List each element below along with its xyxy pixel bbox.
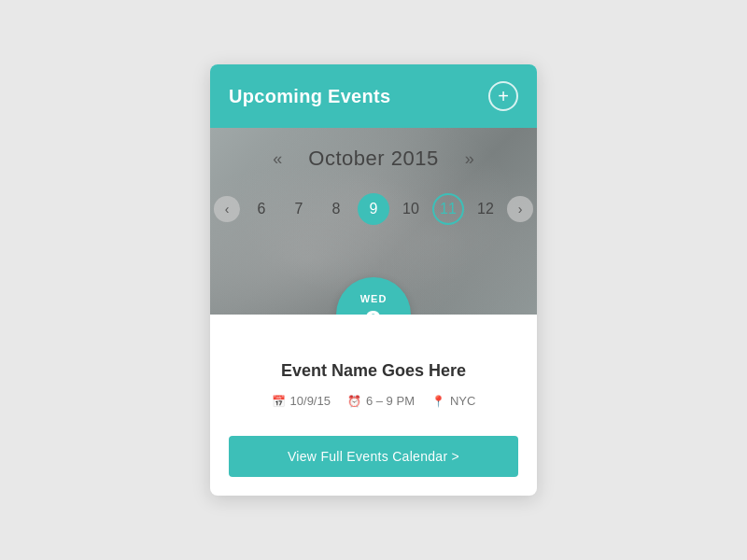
date-circle-wrapper: WED 9 [336, 277, 411, 315]
day-6[interactable]: 6 [246, 193, 277, 225]
month-label: October 2015 [308, 147, 438, 171]
prev-month-button[interactable]: « [269, 150, 286, 167]
clock-icon: ⏰ [347, 395, 361, 408]
calendar-icon: 📅 [272, 395, 286, 408]
event-date-item: 📅 10/9/15 [272, 394, 331, 408]
location-icon: 📍 [431, 395, 445, 408]
date-circle: WED 9 [336, 277, 411, 315]
date-circle-day: WED [360, 293, 388, 304]
prev-day-button[interactable]: ‹ [214, 196, 240, 222]
next-month-button[interactable]: » [461, 150, 478, 167]
add-event-button[interactable]: + [488, 81, 518, 111]
day-12[interactable]: 12 [470, 193, 501, 225]
event-date: 10/9/15 [290, 394, 331, 408]
widget-header: Upcoming Events + [210, 64, 537, 128]
event-location-item: 📍 NYC [431, 394, 475, 408]
event-details: Event Name Goes Here 📅 10/9/15 ⏰ 6 – 9 P… [210, 315, 537, 427]
event-name: Event Name Goes Here [229, 361, 518, 381]
date-circle-num: 9 [365, 306, 382, 315]
day-9[interactable]: 9 [358, 193, 389, 225]
event-time-item: ⏰ 6 – 9 PM [347, 394, 415, 408]
upcoming-events-widget: Upcoming Events + « October 2015 » ‹ 6 7… [210, 64, 537, 496]
widget-title: Upcoming Events [229, 86, 390, 107]
day-11[interactable]: 11 [432, 193, 464, 225]
next-day-button[interactable]: › [507, 196, 533, 222]
event-meta: 📅 10/9/15 ⏰ 6 – 9 PM 📍 NYC [229, 394, 518, 408]
calendar-area: « October 2015 » ‹ 6 7 8 9 10 11 12 › WE… [210, 128, 537, 315]
day-7[interactable]: 7 [283, 193, 315, 225]
days-row: ‹ 6 7 8 9 10 11 12 › [214, 193, 533, 225]
event-time: 6 – 9 PM [366, 394, 415, 408]
day-8[interactable]: 8 [320, 193, 352, 225]
event-location: NYC [450, 394, 475, 408]
month-nav: « October 2015 » [269, 147, 477, 171]
day-10[interactable]: 10 [395, 193, 427, 225]
view-calendar-button[interactable]: View Full Events Calendar > [229, 436, 518, 477]
